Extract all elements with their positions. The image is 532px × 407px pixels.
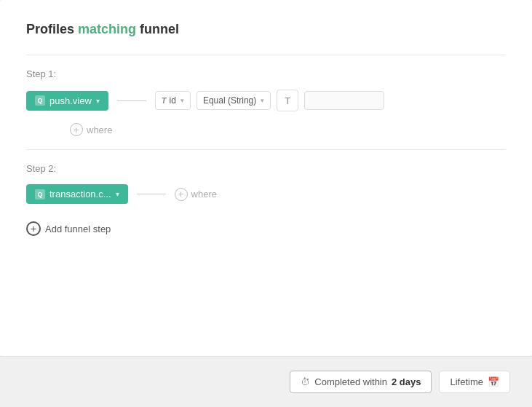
divider-1 [26, 55, 506, 55]
clock-icon: ⏱ [301, 376, 310, 387]
completed-prefix: Completed within [314, 376, 387, 387]
step2-chevron-icon: ▾ [116, 190, 119, 198]
step1-filter-group: T id ▾ Equal (String) ▾ T [155, 90, 384, 111]
divider-2 [26, 149, 506, 150]
event-icon: Q [35, 95, 45, 106]
step2-label: Step 2: [26, 163, 506, 174]
step1-field-label: id [170, 95, 176, 106]
add-funnel-step-button[interactable]: + Add funnel step [26, 221, 111, 236]
step2-where-label: where [191, 189, 217, 199]
step1-type-button[interactable]: T [277, 90, 298, 111]
step1-event-button[interactable]: Q push.view ▾ [26, 91, 108, 111]
lifetime-button[interactable]: Lifetime 📅 [439, 371, 510, 393]
add-step-plus-icon: + [26, 221, 41, 236]
step1-label: Step 1: [26, 68, 506, 79]
step1-where-label: where [87, 125, 112, 135]
step1-where-row: + where [70, 123, 506, 136]
add-step-label: Add funnel step [45, 224, 111, 234]
step2-event-icon: Q [35, 189, 45, 199]
step1-event-label: push.view [49, 95, 92, 106]
type-T-icon: T [285, 95, 290, 106]
lifetime-label: Lifetime [450, 376, 483, 387]
step1-where-button[interactable]: + where [70, 123, 112, 136]
connector-line-1 [117, 100, 146, 101]
step1-condition-label: Equal (String) [203, 95, 256, 106]
calendar-icon: 📅 [488, 376, 499, 387]
title-highlight: matching [78, 22, 136, 36]
step2-row: Q transaction.c... ▾ + where [26, 184, 506, 204]
connector-line-2 [137, 194, 166, 194]
field-chevron-icon: ▾ [180, 97, 184, 104]
step2-event-label: transaction.c... [49, 189, 111, 199]
step1-chevron-icon: ▾ [96, 97, 100, 105]
step1-value-input[interactable] [304, 91, 384, 110]
completed-days: 2 days [392, 376, 421, 387]
main-panel: Profiles matching funnel Step 1: Q push.… [0, 0, 532, 356]
title-prefix: Profiles [26, 22, 74, 36]
step1-field-dropdown[interactable]: T id ▾ [155, 91, 191, 110]
page-title: Profiles matching funnel [26, 22, 506, 37]
field-type-icon: T [162, 96, 167, 105]
condition-chevron-icon: ▾ [261, 97, 264, 104]
title-suffix: funnel [140, 22, 179, 36]
footer-bar: ⏱ Completed within 2 days Lifetime 📅 [0, 356, 532, 407]
step2-event-button[interactable]: Q transaction.c... ▾ [26, 184, 128, 204]
step2-where-button[interactable]: + where [175, 188, 217, 201]
step2-plus-circle-icon: + [175, 188, 188, 201]
step1-row: Q push.view ▾ T id ▾ Equal (String) ▾ T [26, 90, 506, 111]
step1-plus-circle-icon: + [70, 123, 83, 136]
completed-within-button[interactable]: ⏱ Completed within 2 days [290, 371, 432, 393]
step1-condition-dropdown[interactable]: Equal (String) ▾ [196, 91, 271, 110]
